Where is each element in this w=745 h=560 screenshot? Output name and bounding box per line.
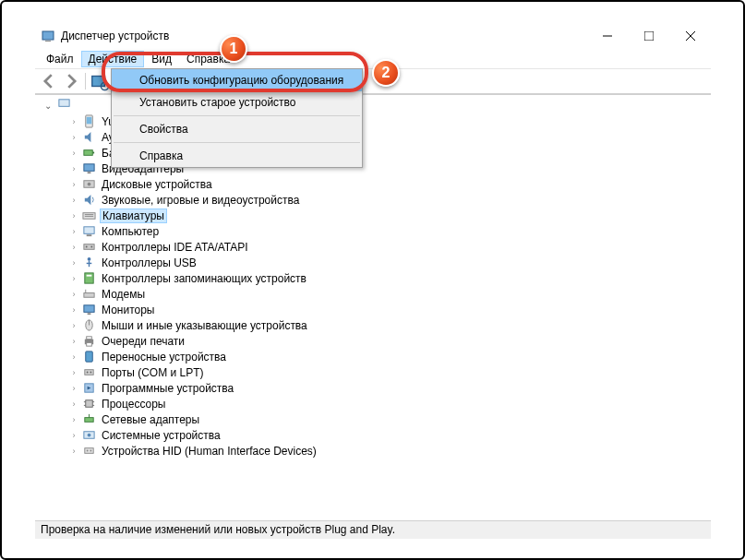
- tree-item[interactable]: ›Мыши и иные указывающие устройства: [42, 317, 711, 333]
- dropdown-separator: [114, 142, 360, 143]
- tree-item-label: Устройства HID (Human Interface Devices): [100, 445, 318, 458]
- tree-item-label: Контроллеры USB: [100, 256, 198, 269]
- collapse-icon[interactable]: ⌄: [42, 101, 54, 111]
- expand-icon[interactable]: ›: [68, 133, 79, 142]
- svg-rect-44: [85, 400, 92, 408]
- tree-item[interactable]: ›Контроллеры запоминающих устройств: [42, 270, 711, 286]
- svg-rect-8: [59, 100, 69, 107]
- tree-item-label: Модемы: [100, 288, 147, 301]
- svg-rect-21: [86, 234, 91, 236]
- expand-icon[interactable]: ›: [68, 384, 79, 393]
- window-title: Диспетчер устройств: [61, 30, 586, 42]
- tree-item[interactable]: ›Мониторы: [42, 302, 711, 317]
- svg-rect-53: [84, 448, 92, 454]
- tree-item-label: Очереди печати: [100, 335, 186, 348]
- tree-item[interactable]: ›Контроллеры USB: [42, 255, 711, 270]
- menu-view[interactable]: Вид: [144, 51, 179, 67]
- minimize-button[interactable]: [586, 22, 628, 50]
- monitor-icon: [81, 303, 96, 317]
- usb-icon: [81, 256, 96, 270]
- svg-rect-39: [85, 351, 92, 362]
- forward-button[interactable]: [61, 71, 81, 91]
- expand-icon[interactable]: ›: [68, 337, 79, 346]
- tree-item-label: Переносные устройства: [100, 351, 228, 363]
- svg-rect-6: [92, 77, 105, 87]
- scan-hardware-button[interactable]: [90, 71, 110, 91]
- portable-icon: [81, 350, 96, 364]
- svg-rect-1: [45, 41, 51, 42]
- expand-icon[interactable]: ›: [68, 352, 79, 362]
- expand-icon[interactable]: ›: [68, 368, 79, 377]
- expand-icon[interactable]: ›: [68, 243, 79, 252]
- expand-icon[interactable]: ›: [68, 447, 79, 456]
- expand-icon[interactable]: ›: [68, 180, 79, 189]
- expand-icon[interactable]: ›: [68, 431, 79, 440]
- tree-item-label: Порты (COM и LPT): [100, 366, 206, 379]
- tree-item[interactable]: ›Процессоры: [42, 396, 711, 411]
- expand-icon[interactable]: ›: [68, 321, 79, 330]
- svg-rect-14: [87, 172, 90, 173]
- status-text: Проверка на наличие изменений или новых …: [41, 523, 395, 536]
- software-icon: [81, 381, 96, 396]
- expand-icon[interactable]: ›: [68, 415, 79, 424]
- expand-icon[interactable]: ›: [68, 164, 79, 173]
- svg-rect-22: [83, 244, 93, 250]
- computer-root-icon: [57, 97, 71, 113]
- toolbar-separator: [85, 73, 86, 89]
- tree-item[interactable]: ›Сетевые адаптеры: [42, 411, 711, 427]
- modem-icon: [81, 287, 96, 302]
- expand-icon[interactable]: ›: [68, 258, 79, 268]
- system-icon: [81, 428, 96, 443]
- svg-point-23: [85, 246, 87, 248]
- svg-point-24: [90, 246, 92, 248]
- dropdown-scan-hardware[interactable]: Обновить конфигурацию оборудования: [112, 69, 362, 91]
- svg-rect-10: [86, 117, 91, 125]
- tree-item[interactable]: ›Программные устройства: [42, 380, 711, 396]
- expand-icon[interactable]: ›: [68, 305, 79, 315]
- menu-action[interactable]: Действие: [81, 51, 145, 67]
- dropdown-add-legacy[interactable]: Установить старое устройство: [112, 91, 362, 113]
- expand-icon[interactable]: ›: [68, 227, 79, 236]
- tree-item[interactable]: ›Устройства HID (Human Interface Devices…: [42, 443, 711, 459]
- port-icon: [81, 365, 96, 380]
- svg-rect-49: [84, 418, 92, 423]
- svg-rect-40: [84, 370, 92, 375]
- back-button[interactable]: [39, 71, 59, 91]
- tree-item[interactable]: ›Модемы: [42, 286, 711, 302]
- svg-rect-30: [83, 293, 93, 298]
- statusbar: Проверка на наличие изменений или новых …: [35, 520, 711, 539]
- dropdown-properties[interactable]: Свойства: [112, 118, 362, 140]
- tree-item[interactable]: ›Звуковые, игровые и видеоустройства: [42, 192, 711, 208]
- close-button[interactable]: [669, 22, 711, 50]
- svg-rect-28: [84, 273, 92, 283]
- tree-item-label: Программные устройства: [100, 382, 235, 395]
- expand-icon[interactable]: ›: [68, 211, 79, 220]
- svg-point-55: [90, 450, 91, 452]
- dropdown-help[interactable]: Справка: [112, 145, 362, 167]
- svg-rect-0: [42, 31, 54, 40]
- tree-item[interactable]: ›Порты (COM и LPT): [42, 364, 711, 380]
- expand-icon[interactable]: ›: [68, 117, 79, 126]
- window-buttons: [586, 22, 711, 50]
- tree-item[interactable]: ›Клавиатуры: [42, 208, 711, 223]
- expand-icon[interactable]: ›: [68, 196, 79, 205]
- tree-item[interactable]: ›Очереди печати: [42, 333, 711, 349]
- tree-item[interactable]: ›Дисковые устройства: [42, 176, 711, 192]
- expand-icon[interactable]: ›: [68, 274, 79, 283]
- expand-icon[interactable]: ›: [68, 149, 79, 158]
- tree-item[interactable]: ›Переносные устройства: [42, 349, 711, 364]
- tree-item[interactable]: ›Компьютер: [42, 223, 711, 239]
- tree-item-label: Сетевые адаптеры: [100, 413, 201, 426]
- menu-file[interactable]: Файл: [39, 51, 81, 67]
- maximize-button[interactable]: [628, 22, 669, 50]
- expand-icon[interactable]: ›: [68, 399, 79, 409]
- tree-item[interactable]: ›Контроллеры IDE ATA/ATAPI: [42, 239, 711, 255]
- expand-icon[interactable]: ›: [68, 290, 79, 299]
- dropdown-separator: [114, 115, 360, 116]
- tree-item-label: Мониторы: [100, 304, 156, 316]
- tree-item-label: Клавиатуры: [100, 209, 167, 223]
- sound-icon: [81, 193, 96, 208]
- tree-item[interactable]: ›Системные устройства: [42, 427, 711, 443]
- storage-icon: [81, 271, 96, 286]
- cpu-icon: [81, 397, 96, 411]
